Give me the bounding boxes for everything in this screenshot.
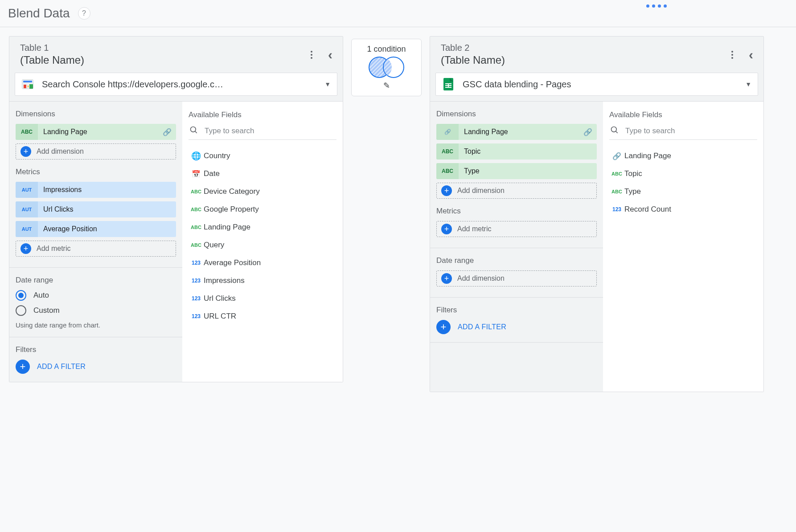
daterange-hint: Using date range from chart. xyxy=(16,321,176,329)
available-field-item[interactable]: ABCDevice Category xyxy=(189,183,336,201)
table1-datasource-select[interactable]: Search Console https://developers.google… xyxy=(15,73,337,96)
table2-panel: Table 2 (Table Name) GSC data blending -… xyxy=(430,36,764,392)
page-header: Blend Data ? xyxy=(0,0,796,27)
table1-dimensions-title: Dimensions xyxy=(16,110,176,119)
table1-add-dimension[interactable]: + Add dimension xyxy=(16,143,176,160)
table2-datasource-select[interactable]: GSC data blending - Pages ▼ xyxy=(435,73,758,96)
number-type-icon: 123 xyxy=(189,278,204,284)
more-vert-icon xyxy=(311,51,312,59)
number-type-icon: 123 xyxy=(189,260,204,266)
globe-icon: 🌐 xyxy=(189,151,204,161)
available-field-item[interactable]: ABCQuery xyxy=(189,236,336,254)
abc-type-icon: ABC xyxy=(189,225,204,230)
field-label: Query xyxy=(204,241,224,250)
table2-dimension-chip[interactable]: ABC Type xyxy=(436,163,597,179)
table1-more-button[interactable] xyxy=(304,47,320,63)
field-label: URL CTR xyxy=(204,312,236,321)
chip-type-abc: ABC xyxy=(16,124,38,140)
table2-add-filter-button[interactable]: + ADD A FILTER xyxy=(436,320,597,334)
table2-field-search-input[interactable] xyxy=(625,127,757,135)
available-field-item[interactable]: ABCTopic xyxy=(609,165,757,183)
table1-number: Table 1 xyxy=(20,43,304,53)
plus-icon: + xyxy=(441,224,452,234)
search-console-icon xyxy=(21,78,34,90)
google-sheets-icon xyxy=(442,78,455,90)
available-field-item[interactable]: 123Record Count xyxy=(609,201,757,218)
abc-type-icon: ABC xyxy=(189,242,204,248)
field-label: Country xyxy=(204,151,230,160)
svg-line-1 xyxy=(195,131,197,133)
field-label: Topic xyxy=(624,169,642,178)
table1-metrics-title: Metrics xyxy=(16,168,176,176)
field-label: Impressions xyxy=(204,276,245,285)
radio-unselected-icon xyxy=(16,305,26,316)
join-config-button[interactable]: 1 condition ✎ xyxy=(351,39,422,96)
abc-type-icon: ABC xyxy=(189,207,204,212)
table2-add-daterange-dimension[interactable]: + Add dimension xyxy=(436,270,597,286)
table1-filters-title: Filters xyxy=(16,345,176,354)
abc-type-icon: ABC xyxy=(609,189,624,194)
number-type-icon: 123 xyxy=(189,295,204,302)
table2-more-button[interactable] xyxy=(724,47,740,63)
field-label: Date xyxy=(204,169,220,178)
available-field-item[interactable]: ABCType xyxy=(609,183,757,201)
table2-add-metric[interactable]: + Add metric xyxy=(436,221,597,237)
plus-icon: + xyxy=(441,273,452,284)
table2-datasource-label: GSC data blending - Pages xyxy=(463,79,741,90)
field-label: Average Position xyxy=(204,258,261,267)
daterange-auto-radio[interactable]: Auto xyxy=(16,290,176,301)
number-type-icon: 123 xyxy=(189,313,204,319)
table2-number: Table 2 xyxy=(441,43,724,53)
blend-workspace: Table 1 (Table Name) Search Console http… xyxy=(0,27,796,401)
edit-icon: ✎ xyxy=(354,81,419,90)
table1-collapse-button[interactable] xyxy=(322,47,338,63)
svg-line-3 xyxy=(616,131,618,133)
help-button[interactable]: ? xyxy=(78,7,90,20)
available-field-item[interactable]: 📅Date xyxy=(189,165,336,183)
more-vert-icon xyxy=(731,51,733,59)
available-field-item[interactable]: 123Average Position xyxy=(189,254,336,272)
available-field-item[interactable]: 🌐Country xyxy=(189,147,336,165)
table1-add-metric[interactable]: + Add metric xyxy=(16,241,176,257)
table2-add-dimension[interactable]: + Add dimension xyxy=(436,183,597,199)
loading-dots-icon xyxy=(646,4,667,8)
table2-collapse-button[interactable] xyxy=(743,47,759,63)
svg-point-2 xyxy=(611,127,617,132)
table1-datasource-label: Search Console https://developers.google… xyxy=(42,79,320,90)
table1-metric-chip[interactable]: AUT Impressions xyxy=(16,182,176,198)
available-field-item[interactable]: 123URL CTR xyxy=(189,307,336,325)
chip-type-link: 🔗 xyxy=(436,124,459,140)
search-icon xyxy=(189,126,198,136)
search-icon xyxy=(610,126,619,136)
table2-metrics-title: Metrics xyxy=(436,207,597,216)
radio-selected-icon xyxy=(16,290,26,301)
table2-dimension-chip[interactable]: ABC Topic xyxy=(436,143,597,160)
dropdown-icon: ▼ xyxy=(745,81,751,88)
available-field-item[interactable]: 🔗Landing Page xyxy=(609,147,757,165)
number-type-icon: 123 xyxy=(609,206,624,213)
link-icon: 🔗 xyxy=(163,128,172,136)
available-field-item[interactable]: ABCLanding Page xyxy=(189,218,336,236)
table1-dimension-chip[interactable]: ABC Landing Page 🔗 xyxy=(16,124,176,140)
table1-add-filter-button[interactable]: + ADD A FILTER xyxy=(16,360,176,374)
join-condition-label: 1 condition xyxy=(354,45,419,54)
table2-name[interactable]: (Table Name) xyxy=(441,54,724,66)
table1-name[interactable]: (Table Name) xyxy=(20,54,304,66)
link-type-icon: 🔗 xyxy=(609,152,624,160)
table1-field-search-input[interactable] xyxy=(205,127,336,135)
field-label: Type xyxy=(624,187,641,196)
table1-metric-chip[interactable]: AUT Url Clicks xyxy=(16,201,176,217)
table1-metric-chip[interactable]: AUT Average Position xyxy=(16,221,176,237)
available-field-item[interactable]: ABCGoogle Property xyxy=(189,201,336,218)
abc-type-icon: ABC xyxy=(189,189,204,194)
daterange-custom-radio[interactable]: Custom xyxy=(16,305,176,316)
table2-dimension-chip[interactable]: 🔗 Landing Page 🔗 xyxy=(436,124,597,140)
field-label: Url Clicks xyxy=(204,294,236,303)
field-label: Landing Page xyxy=(624,151,671,160)
table1-panel: Table 1 (Table Name) Search Console http… xyxy=(9,36,343,382)
available-field-item[interactable]: 123Url Clicks xyxy=(189,290,336,307)
available-field-item[interactable]: 123Impressions xyxy=(189,272,336,290)
plus-icon: + xyxy=(21,146,31,157)
calendar-icon: 📅 xyxy=(189,170,204,178)
table2-daterange-title: Date range xyxy=(436,256,597,265)
